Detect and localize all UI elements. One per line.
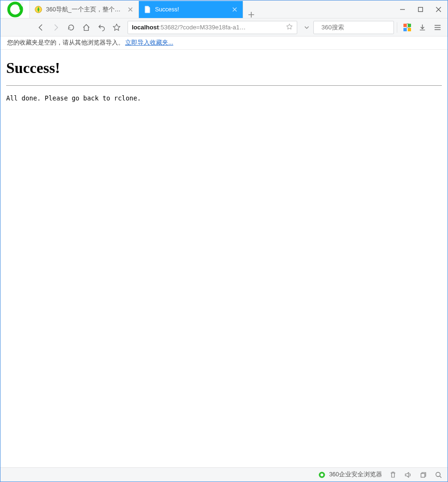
bookmark-star-icon[interactable] bbox=[286, 23, 293, 32]
compass-icon bbox=[35, 6, 42, 13]
toolbar: localhost:53682/?code=M339e18fa-a1… bbox=[0, 18, 448, 36]
svg-rect-8 bbox=[403, 28, 407, 31]
tab-active[interactable]: Success! bbox=[139, 1, 243, 18]
url-text: localhost:53682/?code=M339e18fa-a1… bbox=[132, 24, 282, 31]
bookmarks-bar: 您的收藏夹是空的，请从其他浏览器导入。 立即导入收藏夹... bbox=[0, 36, 448, 50]
search-box[interactable] bbox=[313, 21, 394, 34]
separator bbox=[397, 22, 397, 33]
back-button[interactable] bbox=[34, 20, 48, 35]
extensions-button[interactable] bbox=[400, 20, 414, 35]
restore-window-icon[interactable] bbox=[419, 471, 428, 479]
tab-title: Success! bbox=[155, 6, 228, 13]
home-button[interactable] bbox=[79, 20, 93, 35]
url-history-dropdown[interactable] bbox=[301, 25, 312, 30]
page-heading: Success! bbox=[6, 59, 442, 77]
address-bar[interactable]: localhost:53682/?code=M339e18fa-a1… bbox=[128, 21, 297, 34]
undo-button[interactable] bbox=[94, 20, 109, 35]
svg-rect-9 bbox=[408, 28, 411, 31]
close-window-button[interactable] bbox=[430, 0, 448, 18]
forward-button[interactable] bbox=[49, 20, 63, 35]
brand-label: 360企业安全浏览器 bbox=[329, 471, 382, 479]
status-bar: 360企业安全浏览器 bbox=[0, 467, 448, 482]
menu-button[interactable] bbox=[430, 20, 445, 35]
bookmarks-empty-text: 您的收藏夹是空的，请从其他浏览器导入。 bbox=[7, 39, 124, 47]
page-content: Success! All done. Please go back to rcl… bbox=[0, 50, 448, 467]
close-icon[interactable] bbox=[127, 6, 134, 13]
svg-point-11 bbox=[320, 473, 323, 476]
window-controls bbox=[393, 0, 448, 18]
svg-rect-12 bbox=[421, 473, 425, 477]
new-tab-button[interactable] bbox=[243, 11, 259, 18]
zoom-icon[interactable] bbox=[434, 471, 443, 479]
trash-icon[interactable] bbox=[389, 471, 397, 479]
browser-logo bbox=[0, 0, 30, 18]
tab-title: 360导航_一个主页，整个世界 bbox=[46, 6, 123, 14]
tab-inactive[interactable]: 360导航_一个主页，整个世界 bbox=[30, 1, 139, 18]
reload-button[interactable] bbox=[64, 20, 78, 35]
import-bookmarks-link[interactable]: 立即导入收藏夹... bbox=[125, 39, 173, 47]
tab-group: 360导航_一个主页，整个世界 Success! bbox=[30, 0, 393, 18]
svg-rect-2 bbox=[419, 7, 423, 11]
page-icon bbox=[144, 6, 151, 13]
favorites-button[interactable] bbox=[110, 20, 124, 35]
minimize-button[interactable] bbox=[393, 0, 411, 18]
page-body-text: All done. Please go back to rclone. bbox=[6, 94, 442, 102]
search-input[interactable] bbox=[320, 23, 402, 31]
title-bar: 360导航_一个主页，整个世界 Success! bbox=[0, 0, 448, 18]
volume-icon[interactable] bbox=[404, 471, 412, 479]
downloads-button[interactable] bbox=[415, 20, 430, 35]
shield-icon bbox=[318, 471, 326, 479]
maximize-button[interactable] bbox=[411, 0, 430, 18]
svg-rect-6 bbox=[403, 24, 407, 27]
svg-point-13 bbox=[436, 472, 440, 476]
svg-rect-7 bbox=[408, 24, 411, 27]
close-icon[interactable] bbox=[231, 6, 238, 13]
browser-brand: 360企业安全浏览器 bbox=[318, 471, 382, 479]
divider bbox=[6, 85, 442, 86]
